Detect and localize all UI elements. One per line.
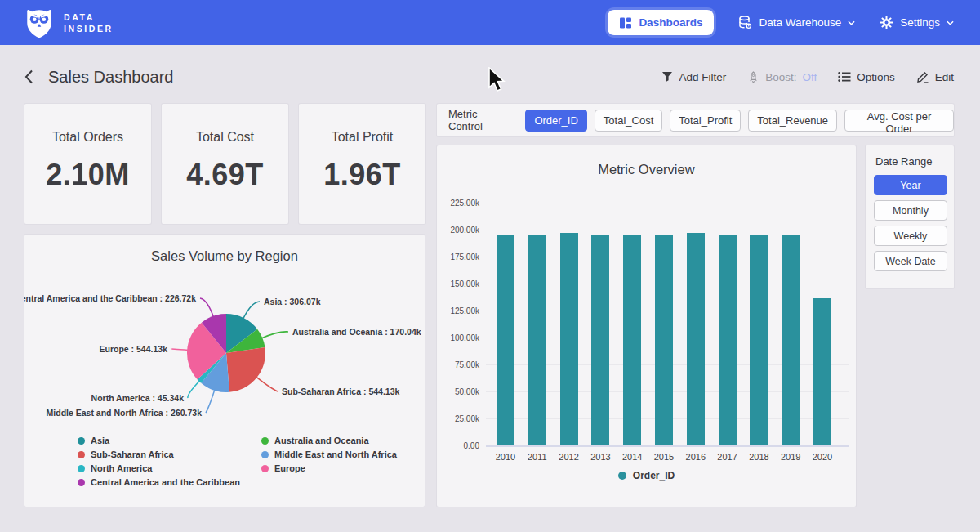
bar-2020[interactable] [813,298,831,445]
legend-label: Asia [91,436,109,445]
sales-volume-card: Sales Volume by Region Asia : 306.07kAus… [24,235,425,507]
y-axis-tick: 150.00k [437,279,479,288]
dashboards-label: Dashboards [639,16,702,29]
pie-label: Middle East and North Africa : 260.73k [47,408,203,418]
date-range-monthly[interactable]: Monthly [874,200,947,221]
pie-label: North America : 45.34k [91,393,185,403]
x-axis-tick: 2013 [584,452,617,462]
bar-chart-legend[interactable]: Order_ID [437,470,856,481]
date-range-week-date[interactable]: Week Date [874,251,947,271]
kpi-label: Total Cost [196,130,254,145]
legend-item-europe[interactable]: Europe [261,463,397,473]
gear-icon [880,16,893,29]
legend-label: Middle East and North Africa [274,449,397,459]
settings-menu[interactable]: Settings [880,16,954,29]
pie-label: Sub-Saharan Africa : 544.13k [282,387,399,396]
date-range-buttons: YearMonthlyWeeklyWeek Date [874,175,947,271]
brand-text: DATA INSIDER [64,11,114,34]
subheader: Sales Dashboard Add Filter Boost: Off [0,59,980,95]
legend-dot [261,451,269,458]
owl-logo-icon [24,7,54,39]
metric-chip-total-cost[interactable]: Total_Cost [595,110,662,132]
pie-slice-sub-saharan-africa[interactable] [226,347,265,392]
bar-2011[interactable] [528,235,546,445]
pie-leader-line [200,298,214,318]
bar-2010[interactable] [497,235,514,445]
date-range-weekly[interactable]: Weekly [874,226,947,246]
legend-dot [78,479,85,486]
dashboards-button[interactable]: Dashboards [608,10,714,35]
metric-chip-order-id[interactable]: Order_ID [525,110,586,132]
kpi-label: Total Orders [52,130,123,145]
legend-item-australia-and-oceania[interactable]: Australia and Oceania [261,436,397,445]
pie-leader-line [243,302,260,320]
legend-column: AsiaSub-Saharan AfricaNorth AmericaCentr… [78,436,240,487]
navbar: DATA INSIDER Dashboards Data Warehouse [0,0,980,45]
bar-2017[interactable] [719,235,737,445]
y-axis-tick: 0.00 [437,441,479,450]
x-axis-tick: 2010 [489,452,522,462]
legend-dot [78,437,85,445]
boost-toggle[interactable]: Boost: Off [747,71,817,83]
edit-button[interactable]: Edit [916,70,954,83]
chevron-down-icon [848,20,855,25]
metric-chips: Order_IDTotal_CostTotal_ProfitTotal_Reve… [525,110,954,132]
kpi-card-total-cost: Total Cost4.69T [162,104,288,224]
pencil-icon [916,70,929,83]
legend-dot [618,472,626,480]
legend-item-central-america-and-the-caribbean[interactable]: Central America and the Caribbean [78,477,240,487]
y-axis-tick: 25.00k [437,414,479,423]
bar-2019[interactable] [782,235,800,445]
bar-2014[interactable] [623,235,641,445]
x-axis-line [486,445,849,447]
kpi-card-total-orders: Total Orders2.10M [24,104,151,224]
y-axis-tick: 100.00k [437,333,479,342]
bar-2018[interactable] [750,235,768,445]
boost-status: Off [802,71,817,83]
legend-dot [261,465,269,472]
y-axis-tick: 175.00k [437,253,479,262]
data-warehouse-menu[interactable]: Data Warehouse [738,16,855,29]
metric-chip-avg-cost-per-order[interactable]: Avg. Cost per Order [844,110,954,132]
add-filter-button[interactable]: Add Filter [662,71,726,83]
x-axis-tick: 2014 [616,452,648,462]
legend-item-north-america[interactable]: North America [78,463,240,473]
kpi-card-total-profit: Total Profit1.96T [299,104,425,224]
date-range-year[interactable]: Year [874,175,947,195]
metric-chip-total-revenue[interactable]: Total_Revenue [748,110,837,132]
x-axis-tick: 2011 [521,452,554,462]
filter-funnel-icon [662,71,673,83]
pie-label: Europe : 544.13k [100,344,168,354]
pie-leader-line [172,349,189,351]
list-options-icon [838,71,851,83]
legend-label: Australia and Oceania [274,436,369,445]
options-button[interactable]: Options [838,71,895,83]
legend-label: Central America and the Caribbean [91,477,240,487]
bar-2013[interactable] [591,235,609,445]
metric-chip-total-profit[interactable]: Total_Profit [670,110,741,132]
legend-column: Australia and OceaniaMiddle East and Nor… [261,436,397,487]
legend-item-middle-east-and-north-africa[interactable]: Middle East and North Africa [261,449,397,459]
dashboard-grid-icon [619,16,632,29]
legend-label: North America [91,463,152,473]
pie-leader-line [206,389,215,413]
pie-chart-legend: AsiaSub-Saharan AfricaNorth AmericaCentr… [78,436,397,487]
legend-item-asia[interactable]: Asia [78,436,240,445]
x-axis-tick: 2017 [711,452,744,462]
gridline [486,230,849,230]
y-axis-tick: 125.00k [437,306,479,315]
y-axis-tick: 225.00k [437,199,479,208]
bar-2016[interactable] [687,233,705,445]
bar-2012[interactable] [560,233,578,445]
rocket-icon [747,71,760,83]
brand-logo[interactable]: DATA INSIDER [24,7,114,39]
y-axis-tick: 200.00k [437,226,479,235]
pie-chart-title: Sales Volume by Region [24,235,425,264]
pie-leader-line [188,380,200,398]
bar-2015[interactable] [655,235,673,445]
back-button[interactable] [21,66,37,87]
chevron-left-icon [24,69,33,84]
pie-label: Central America and the Caribbean : 226.… [24,293,196,303]
metric-overview-card: Metric Overview 0.0025.00k50.00k75.00k10… [437,145,856,507]
legend-item-sub-saharan-africa[interactable]: Sub-Saharan Africa [78,449,240,459]
